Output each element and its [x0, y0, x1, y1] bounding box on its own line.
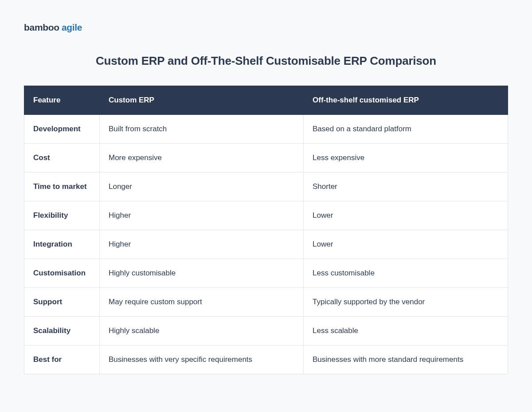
- cell-custom: Highly scalable: [100, 317, 304, 345]
- cell-feature: Cost: [24, 144, 100, 173]
- brand-logo: bamboo agile: [24, 22, 508, 33]
- cell-ots: Less expensive: [304, 144, 508, 173]
- table-row: Integration Higher Lower: [24, 230, 508, 259]
- cell-custom: Highly customisable: [100, 259, 304, 288]
- table-row: Customisation Highly customisable Less c…: [24, 259, 508, 288]
- cell-custom: Built from scratch: [100, 115, 304, 144]
- cell-ots: Based on a standard platform: [304, 115, 508, 144]
- cell-feature: Best for: [24, 345, 100, 374]
- cell-ots: Less scalable: [304, 317, 508, 345]
- cell-feature: Development: [24, 115, 100, 144]
- cell-feature: Customisation: [24, 259, 100, 288]
- table-row: Development Built from scratch Based on …: [24, 115, 508, 144]
- cell-feature: Scalability: [24, 317, 100, 345]
- cell-ots: Lower: [304, 230, 508, 259]
- page-title: Custom ERP and Off-The-Shelf Customisabl…: [24, 54, 508, 68]
- cell-ots: Typically supported by the vendor: [304, 288, 508, 317]
- header-custom-erp: Custom ERP: [100, 86, 304, 115]
- logo-primary-text: bamboo: [24, 22, 59, 33]
- header-feature: Feature: [24, 86, 100, 115]
- table-row: Cost More expensive Less expensive: [24, 144, 508, 173]
- cell-ots: Shorter: [304, 173, 508, 201]
- cell-ots: Less customisable: [304, 259, 508, 288]
- cell-custom: Longer: [100, 173, 304, 201]
- table-row: Scalability Highly scalable Less scalabl…: [24, 317, 508, 345]
- table-header-row: Feature Custom ERP Off-the-shelf customi…: [24, 86, 508, 115]
- cell-feature: Flexibility: [24, 201, 100, 230]
- cell-custom: Higher: [100, 230, 304, 259]
- table-row: Support May require custom support Typic…: [24, 288, 508, 317]
- cell-custom: More expensive: [100, 144, 304, 173]
- cell-feature: Time to market: [24, 173, 100, 201]
- cell-custom: Businesses with very specific requiremen…: [100, 345, 304, 374]
- comparison-table: Feature Custom ERP Off-the-shelf customi…: [24, 86, 508, 374]
- table-row: Flexibility Higher Lower: [24, 201, 508, 230]
- table-row: Best for Businesses with very specific r…: [24, 345, 508, 374]
- cell-ots: Businesses with more standard requiremen…: [304, 345, 508, 374]
- table-row: Time to market Longer Shorter: [24, 173, 508, 201]
- logo-secondary-text: agile: [62, 22, 82, 33]
- cell-custom: Higher: [100, 201, 304, 230]
- cell-feature: Integration: [24, 230, 100, 259]
- cell-ots: Lower: [304, 201, 508, 230]
- header-ots-erp: Off-the-shelf customised ERP: [304, 86, 508, 115]
- cell-feature: Support: [24, 288, 100, 317]
- cell-custom: May require custom support: [100, 288, 304, 317]
